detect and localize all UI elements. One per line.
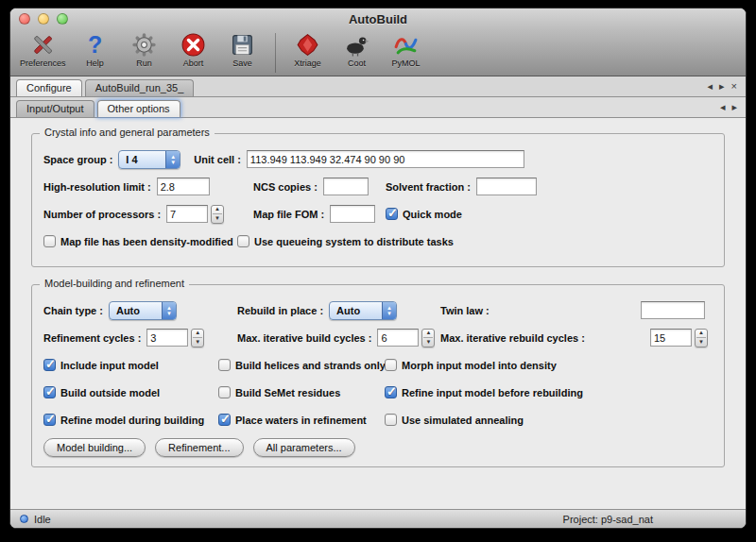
queueing-checkbox-box[interactable] bbox=[237, 235, 249, 247]
checkbox-label: Build outside model bbox=[60, 387, 160, 398]
checkbox-box[interactable] bbox=[43, 386, 56, 398]
space-group-select[interactable]: I 4 bbox=[118, 150, 180, 169]
max-rebuild-cycles-input[interactable] bbox=[650, 329, 692, 347]
rebuild-in-place-label: Rebuild in place : bbox=[237, 305, 323, 316]
save-button[interactable]: Save bbox=[219, 31, 266, 69]
density-modified-checkbox-box[interactable] bbox=[43, 235, 56, 247]
tab-scroll-left-icon[interactable]: ◂ bbox=[708, 80, 713, 93]
sub-tab-nav: ◂ ▸ bbox=[720, 101, 737, 113]
subtab-scroll-left-icon[interactable]: ◂ bbox=[720, 101, 726, 113]
map-fom-label: Map file FOM : bbox=[253, 209, 324, 220]
max-rebuild-cycles-stepper[interactable] bbox=[695, 329, 708, 347]
xtriage-icon bbox=[295, 32, 320, 58]
refinement-button[interactable]: Refinement... bbox=[155, 438, 243, 457]
quick-mode-label: Quick mode bbox=[403, 209, 462, 220]
xtriage-button[interactable]: Xtriage bbox=[284, 31, 332, 69]
model-building-button[interactable]: Model building... bbox=[43, 438, 146, 457]
density-modified-checkbox[interactable]: Map file has been density-modified bbox=[43, 235, 237, 247]
checkbox-box[interactable] bbox=[385, 414, 397, 426]
help-button[interactable]: ? Help bbox=[72, 31, 119, 69]
model-building-group-title: Model-building and refinement bbox=[40, 278, 189, 289]
toolbar-item-label: Coot bbox=[348, 59, 366, 68]
checkbox-build-semet[interactable]: Build SeMet residues bbox=[218, 386, 385, 398]
checkbox-label: Build SeMet residues bbox=[235, 387, 340, 398]
chain-type-select[interactable]: Auto bbox=[109, 301, 177, 320]
form-row: Map file has been density-modified Use q… bbox=[43, 231, 713, 251]
checkbox-build-outside-model[interactable]: Build outside model bbox=[43, 386, 218, 398]
checkbox-box[interactable] bbox=[218, 414, 231, 426]
tab-input-output[interactable]: Input/Output bbox=[16, 100, 94, 117]
twin-law-input[interactable] bbox=[641, 301, 705, 319]
statusbar: Idle Project: p9-sad_nat bbox=[10, 509, 746, 528]
rebuild-in-place-select[interactable]: Auto bbox=[329, 301, 397, 320]
checkbox-simulated-annealing[interactable]: Use simulated annealing bbox=[385, 414, 524, 426]
preferences-button[interactable]: Preferences bbox=[16, 31, 70, 69]
close-button[interactable] bbox=[19, 13, 30, 25]
titlebar[interactable]: AutoBuild bbox=[10, 8, 746, 29]
crystal-info-group: Crystal info and general parameters Spac… bbox=[31, 133, 725, 267]
zoom-button[interactable] bbox=[57, 13, 68, 25]
window-title: AutoBuild bbox=[10, 12, 746, 26]
checkbox-build-helices-strands[interactable]: Build helices and strands only bbox=[218, 359, 385, 371]
refinement-cycles-stepper[interactable] bbox=[191, 329, 204, 347]
form-row: Include input model Build helices and st… bbox=[43, 355, 713, 375]
density-modified-label: Map file has been density-modified bbox=[60, 236, 233, 247]
checkbox-box[interactable] bbox=[385, 359, 397, 371]
ncs-copies-input[interactable] bbox=[323, 178, 369, 195]
checkbox-box[interactable] bbox=[218, 386, 231, 398]
checkbox-box[interactable] bbox=[43, 359, 56, 371]
checkbox-box[interactable] bbox=[385, 386, 397, 398]
abort-button[interactable]: Abort bbox=[170, 31, 217, 69]
tab-configure[interactable]: Configure bbox=[16, 79, 82, 96]
tab-scroll-right-icon[interactable]: ▸ bbox=[719, 80, 725, 93]
map-fom-input[interactable] bbox=[330, 205, 375, 223]
chain-type-value: Auto bbox=[110, 302, 162, 319]
quick-mode-checkbox-box[interactable] bbox=[386, 208, 398, 220]
options-panel: Crystal info and general parameters Spac… bbox=[10, 118, 746, 511]
checkbox-refine-during-building[interactable]: Refine model during building bbox=[43, 414, 218, 426]
solvent-fraction-label: Solvent fraction : bbox=[386, 181, 471, 193]
tab-other-options[interactable]: Other options bbox=[97, 100, 180, 117]
queueing-checkbox[interactable]: Use queueing system to distribute tasks bbox=[237, 235, 454, 247]
checkbox-label: Refine model during building bbox=[60, 415, 204, 426]
checkbox-morph-input-model[interactable]: Morph input model into density bbox=[385, 359, 557, 371]
max-build-cycles-stepper[interactable] bbox=[421, 329, 435, 347]
unit-cell-input[interactable] bbox=[247, 150, 524, 168]
checkbox-box[interactable] bbox=[43, 414, 56, 426]
combo-arrows-icon bbox=[382, 302, 396, 319]
checkbox-include-input-model[interactable]: Include input model bbox=[43, 359, 218, 371]
minimize-button[interactable] bbox=[38, 13, 49, 25]
processors-stepper[interactable] bbox=[211, 205, 224, 224]
toolbar-item-label: Abort bbox=[183, 59, 204, 68]
subtab-scroll-right-icon[interactable]: ▸ bbox=[731, 101, 737, 113]
form-row: Model building... Refinement... All para… bbox=[43, 437, 713, 457]
solvent-fraction-input[interactable] bbox=[476, 178, 537, 195]
checkbox-refine-before-rebuilding[interactable]: Refine input model before rebuilding bbox=[385, 386, 583, 398]
form-row: Refine model during building Place water… bbox=[43, 410, 713, 430]
checkbox-box[interactable] bbox=[218, 359, 231, 371]
pymol-ribbon-icon bbox=[393, 32, 419, 58]
toolbar-item-label: PyMOL bbox=[392, 59, 421, 68]
twin-law-label: Twin law : bbox=[440, 305, 490, 316]
form-row: Build outside model Build SeMet residues… bbox=[43, 382, 713, 402]
processors-input[interactable] bbox=[166, 205, 208, 223]
tab-autobuild-run[interactable]: AutoBuild_run_35_ bbox=[85, 79, 195, 96]
quick-mode-checkbox[interactable]: Quick mode bbox=[386, 208, 462, 220]
all-parameters-button[interactable]: All parameters... bbox=[253, 438, 355, 457]
checkbox-label: Refine input model before rebuilding bbox=[402, 387, 583, 398]
refinement-cycles-input[interactable] bbox=[146, 329, 188, 347]
preferences-icon bbox=[30, 32, 56, 58]
combo-arrows-icon bbox=[162, 302, 176, 319]
checkbox-place-waters[interactable]: Place waters in refinement bbox=[218, 414, 385, 426]
high-resolution-limit-input[interactable] bbox=[157, 178, 210, 195]
tab-close-icon[interactable]: × bbox=[731, 80, 737, 93]
pymol-button[interactable]: PyMOL bbox=[383, 31, 430, 69]
toolbar-item-label: Run bbox=[136, 59, 152, 68]
toolbar: Preferences ? Help Run bbox=[10, 29, 746, 76]
toolbar-item-label: Help bbox=[86, 59, 104, 68]
status-indicator-icon bbox=[20, 515, 28, 523]
max-build-cycles-input[interactable] bbox=[377, 329, 419, 347]
project-label: Project: p9-sad_nat bbox=[563, 514, 653, 525]
coot-button[interactable]: Coot bbox=[334, 31, 381, 69]
run-button[interactable]: Run bbox=[121, 31, 168, 69]
